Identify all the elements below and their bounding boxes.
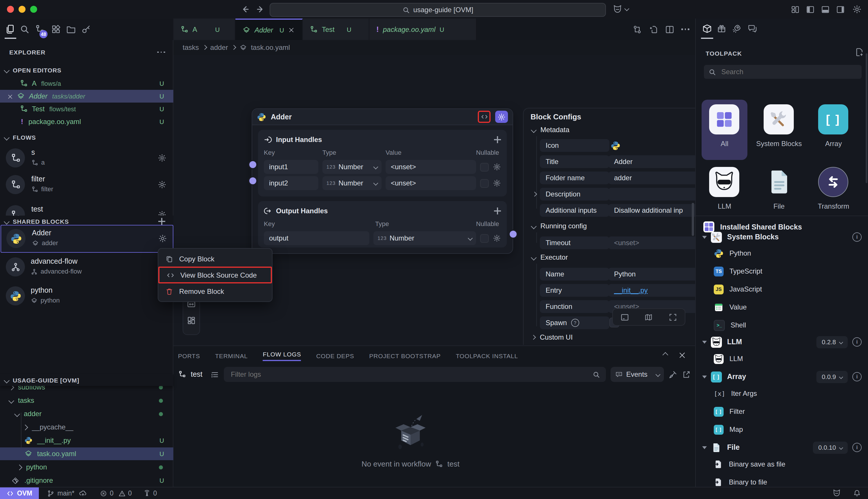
add-output-icon[interactable] [494,207,501,215]
spawn-help-icon[interactable]: ? [571,319,579,327]
panel-right-icon[interactable] [836,5,845,14]
output-key-field[interactable]: output [264,231,369,245]
block-item-python[interactable]: Python [696,246,868,261]
explorer-files-icon[interactable] [5,24,15,34]
info-icon[interactable]: i [852,232,861,242]
view-source-code-button[interactable] [478,111,491,123]
toolpack-scrollbar[interactable] [866,53,867,183]
title-value-field[interactable]: Adder [608,155,698,168]
open-editor-item-test[interactable]: Test flows/test U [0,102,173,115]
warnings-count[interactable]: 0 [128,490,132,497]
flow-settings-gear-icon[interactable] [158,210,166,216]
nullable-checkbox[interactable] [480,162,489,171]
input-type-select[interactable]: 123 Number [322,176,382,190]
tab-close-icon[interactable] [289,27,294,33]
panel-tab-ports[interactable]: PORTS [178,352,200,359]
notifications-bell-icon[interactable] [853,489,861,497]
block-item-value[interactable]: Value [696,300,868,315]
flow-settings-gear-icon[interactable] [158,180,166,189]
open-editor-item-adder[interactable]: Adder tasks/adder U [0,90,173,102]
folder-activity-icon[interactable] [66,24,76,34]
tree-item-subflows[interactable]: subflows [0,386,173,393]
extensions-activity-icon[interactable] [51,24,61,34]
tree-item-gitignore[interactable]: .gitignore U [0,474,173,487]
tree-item-task-yaml[interactable]: task.oo.yaml U [0,447,173,460]
traffic-light-minimize[interactable] [19,6,25,13]
block-item-iter-args[interactable]: [x] Iter Args [696,386,868,401]
panel-tab-terminal[interactable]: TERMINAL [215,352,248,359]
workspace-tree-header[interactable]: USAGE-GUIDE [OVM] [0,374,173,386]
minimap-icon[interactable] [644,313,653,321]
open-editors-header[interactable]: OPEN EDITORS [0,64,173,76]
additional-inputs-value-field[interactable]: Disallow additional inp [608,204,701,217]
executor-group-header[interactable]: Executor [532,253,568,261]
assistant-corgi-icon[interactable] [612,4,623,14]
new-toolpack-icon[interactable] [855,48,864,57]
file-version-select[interactable]: 0.0.10 [813,441,848,453]
input-key-field[interactable]: input1 [264,160,318,174]
clear-logs-broom-icon[interactable] [668,370,677,379]
timeout-value-field[interactable]: <unset> [608,236,698,249]
output-handle-dot[interactable] [508,230,518,239]
executor-name-value[interactable]: Python [608,268,698,280]
add-shared-block-icon[interactable] [158,218,165,225]
block-item-binary-save[interactable]: Binary save as file [696,457,868,472]
block-item-typescript[interactable]: TS TypeScript [696,264,868,279]
panel-tab-toolpack-install[interactable]: TOOLPACK INSTALL [456,352,518,359]
selected-flow-name[interactable]: test [191,370,202,378]
errors-count[interactable]: 0 [110,490,114,497]
toolpack-search-field[interactable] [720,67,857,76]
breadcrumb-item[interactable]: tasks [183,44,199,52]
group-llm[interactable]: LLM 0.2.8 i [696,334,868,350]
tree-item-adder[interactable]: adder [0,407,173,420]
tree-item-tasks[interactable]: tasks [0,394,173,407]
block-item-filter[interactable]: [ ] Filter [696,404,868,419]
remote-ovm-button[interactable]: OVM [0,487,39,499]
metadata-group-header[interactable]: Metadata [532,126,569,134]
llm-version-select[interactable]: 0.2.8 [816,336,848,348]
flow-item-test[interactable]: test [0,202,173,216]
flow-settings-gear-icon[interactable] [158,154,166,162]
handle-gear-icon[interactable] [493,234,501,242]
block-item-binary-to-file[interactable]: Binary to file [696,475,868,487]
flow-item-s[interactable]: s a [0,145,173,171]
toolpack-box-icon[interactable] [702,24,712,34]
shared-block-item-advanced-flow[interactable]: advanced-flow advanced-flow [0,254,173,280]
close-editor-icon[interactable] [8,94,13,99]
filter-logs-field[interactable] [230,370,588,379]
output-type-select[interactable]: 123 Number [373,231,476,245]
filter-logs-input[interactable] [224,367,606,382]
info-icon[interactable]: i [852,372,861,381]
node-settings-button[interactable] [495,111,508,123]
node-header[interactable]: Adder [252,109,513,125]
panel-bottom-icon[interactable] [821,5,830,14]
forward-icon[interactable] [256,5,265,14]
traffic-light-close[interactable] [7,6,14,13]
group-file[interactable]: File 0.0.10 i [696,439,868,455]
search-activity-icon[interactable] [20,24,29,34]
nullable-checkbox[interactable] [480,179,489,187]
shared-block-item-python[interactable]: python python [0,283,173,309]
breadcrumb-item[interactable]: adder [210,44,228,52]
group-array[interactable]: [ ] Array 0.0.9 i [696,369,868,385]
info-icon[interactable]: i [852,337,861,346]
panel-tab-code-deps[interactable]: CODE DEPS [316,352,354,359]
command-center-search[interactable]: usage-guide [OVM] [269,3,606,17]
shared-block-item-adder[interactable]: Adder adder [1,225,173,253]
branch-name[interactable]: main* [57,490,74,497]
toggle-panel-icon[interactable] [620,313,629,321]
array-version-select[interactable]: 0.0.9 [816,370,848,383]
corgi-assistant-icon[interactable] [832,489,841,498]
open-editor-item-package[interactable]: ! package.oo.yaml U [0,115,173,128]
input-type-select[interactable]: 123 Number [322,160,382,174]
fullscreen-icon[interactable] [668,313,677,321]
panel-tab-flow-logs[interactable]: FLOW LOGS [263,351,301,361]
export-logs-icon[interactable] [682,370,690,379]
block-item-shell[interactable]: >_ Shell [696,318,868,333]
log-list-icon[interactable] [210,370,219,379]
menu-item-copy-block[interactable]: Copy Block [158,251,272,267]
traffic-light-zoom[interactable] [30,6,37,13]
input-handle-dot[interactable] [248,176,257,185]
events-dropdown[interactable]: Events [611,367,664,382]
block-item-javascript[interactable]: JS JavaScript [696,282,868,297]
